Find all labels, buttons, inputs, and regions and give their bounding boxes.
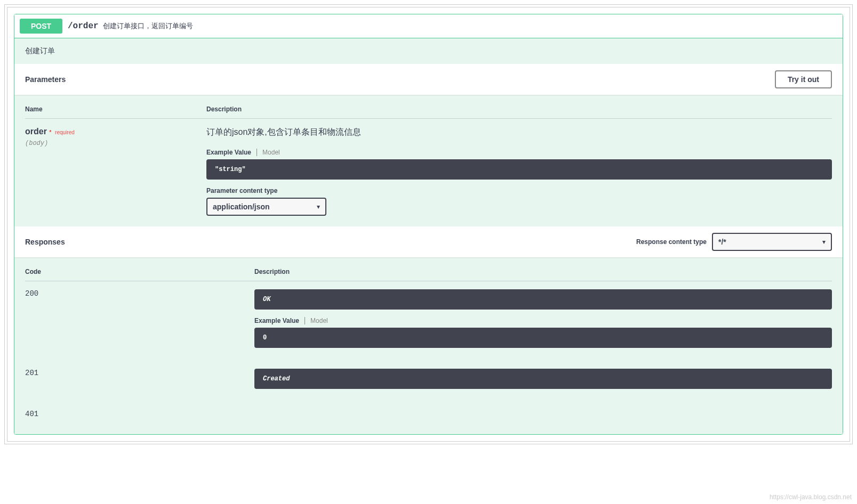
parameter-description-cell: 订单的json对象,包含订单条目和物流信息 Example Value Mode…: [206, 127, 832, 216]
parameters-table-head: Name Description: [25, 105, 832, 119]
response-content-type-group: Response content type */* ▾: [636, 233, 832, 251]
response-code: 401: [25, 410, 254, 418]
response-row-200: 200 OK Example Value Model 0: [25, 281, 832, 361]
endpoint-summary: 创建订单接口，返回订单编号: [103, 21, 193, 31]
response-row-201: 201 Created: [25, 361, 832, 402]
parameter-in: (body): [25, 140, 206, 147]
response-code: 201: [25, 369, 254, 396]
response-header-description: Description: [254, 268, 832, 275]
endpoint-block: POST /order 创建订单接口，返回订单编号 创建订单 Parameter…: [14, 14, 843, 435]
parameter-example-code[interactable]: "string": [206, 159, 832, 180]
parameter-tabs: Example Value Model: [206, 149, 832, 156]
parameter-row: order * required (body) 订单的json对象,包含订单条目…: [25, 119, 832, 216]
method-badge: POST: [20, 19, 62, 34]
response-content-type-select-wrap: */* ▾: [712, 233, 832, 251]
response-row-401: 401: [25, 402, 832, 424]
endpoint-path: /order: [68, 21, 99, 31]
response-tabs: Example Value Model: [254, 317, 832, 324]
parameter-description: 订单的json对象,包含订单条目和物流信息: [206, 127, 832, 138]
required-label: required: [54, 129, 75, 135]
parameter-content-type-select-wrap: application/json ▾: [206, 198, 326, 216]
param-header-name: Name: [25, 105, 206, 113]
parameter-name-cell: order * required (body): [25, 127, 206, 216]
responses-table: Code Description 200 OK Example Value Mo…: [14, 257, 843, 434]
parameters-section-header: Parameters Try it out: [14, 64, 843, 95]
response-content-type-select[interactable]: */*: [712, 233, 832, 251]
tab-model[interactable]: Model: [310, 317, 328, 324]
response-content-type-label: Response content type: [636, 238, 707, 246]
tab-separator: [257, 149, 257, 156]
endpoint-description: 创建订单: [14, 38, 843, 64]
parameters-title: Parameters: [25, 75, 66, 84]
response-code: 200: [25, 289, 254, 355]
response-description: OK: [254, 289, 832, 310]
response-example-code[interactable]: 0: [254, 328, 832, 348]
responses-table-head: Code Description: [25, 268, 832, 281]
inner-frame: POST /order 创建订单接口，返回订单编号 创建订单 Parameter…: [7, 7, 850, 442]
tab-model[interactable]: Model: [262, 149, 280, 156]
responses-section-header: Responses Response content type */* ▾: [14, 226, 843, 257]
response-description-cell: Created: [254, 369, 832, 396]
param-header-description: Description: [206, 105, 832, 113]
tab-example-value[interactable]: Example Value: [206, 149, 251, 156]
responses-title: Responses: [25, 238, 65, 246]
parameter-content-type-select[interactable]: application/json: [206, 198, 326, 216]
endpoint-body: 创建订单 Parameters Try it out Name Descript…: [14, 38, 843, 434]
response-header-code: Code: [25, 268, 254, 275]
endpoint-header[interactable]: POST /order 创建订单接口，返回订单编号: [14, 14, 843, 38]
try-it-out-button[interactable]: Try it out: [775, 70, 832, 88]
response-description-cell: [254, 410, 832, 418]
required-star-icon: *: [49, 129, 51, 135]
tab-example-value[interactable]: Example Value: [254, 317, 299, 324]
parameter-content-type-label: Parameter content type: [206, 187, 832, 194]
outer-frame: POST /order 创建订单接口，返回订单编号 创建订单 Parameter…: [4, 4, 853, 444]
parameters-table: Name Description order * required (body): [14, 95, 843, 226]
response-description: Created: [254, 369, 832, 389]
parameter-name: order: [25, 127, 47, 136]
tab-separator: [305, 317, 305, 324]
response-description-cell: OK Example Value Model 0: [254, 289, 832, 355]
